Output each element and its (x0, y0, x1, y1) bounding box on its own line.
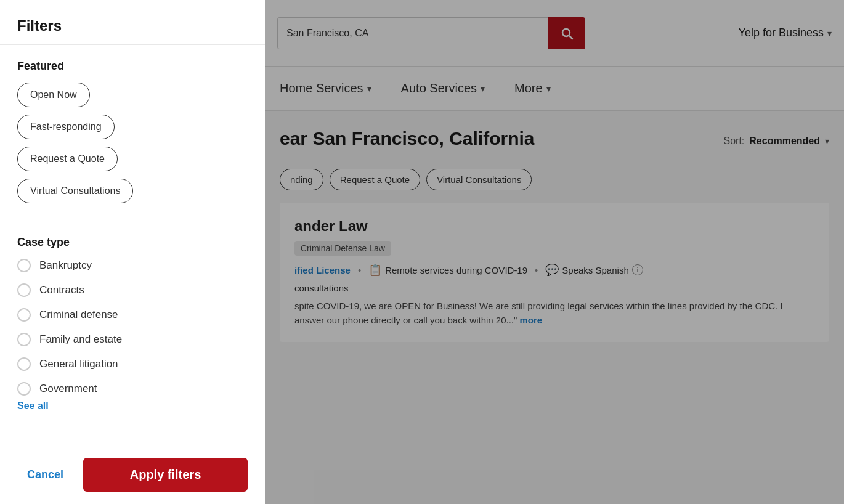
radio-contracts[interactable]: Contracts (17, 283, 248, 297)
chip-request-quote[interactable]: Request a Quote (17, 147, 118, 171)
case-type-section: Case type Bankruptcy Contracts Criminal … (17, 236, 248, 412)
apply-filters-button[interactable]: Apply filters (83, 458, 248, 492)
case-type-title: Case type (17, 236, 248, 249)
filter-title: Filters (17, 17, 248, 35)
chip-fast-responding[interactable]: Fast-responding (17, 115, 115, 139)
case-type-list: Bankruptcy Contracts Criminal defense Fa… (17, 259, 248, 396)
radio-government[interactable]: Government (17, 382, 248, 396)
radio-circle (17, 333, 31, 346)
radio-bankruptcy[interactable]: Bankruptcy (17, 259, 248, 272)
section-divider (17, 221, 248, 221)
featured-section: Featured Open Now Fast-responding Reques… (17, 60, 248, 203)
radio-circle (17, 259, 31, 272)
featured-chips: Open Now Fast-responding Request a Quote… (17, 83, 248, 203)
radio-circle (17, 382, 31, 396)
chip-open-now[interactable]: Open Now (17, 83, 90, 107)
featured-section-title: Featured (17, 60, 248, 73)
radio-circle (17, 283, 31, 297)
filter-footer: Cancel Apply filters (0, 445, 265, 504)
chip-virtual-consultations[interactable]: Virtual Consultations (17, 179, 133, 203)
filter-panel: Filters Featured Open Now Fast-respondin… (0, 0, 265, 504)
radio-family-estate[interactable]: Family and estate (17, 333, 248, 346)
filter-header: Filters (0, 0, 265, 45)
radio-circle (17, 357, 31, 371)
radio-circle (17, 308, 31, 322)
radio-criminal-defense[interactable]: Criminal defense (17, 308, 248, 322)
see-all-link[interactable]: See all (17, 400, 248, 412)
radio-general-litigation[interactable]: General litigation (17, 357, 248, 371)
cancel-button[interactable]: Cancel (17, 461, 73, 489)
filter-body: Featured Open Now Fast-responding Reques… (0, 45, 265, 445)
